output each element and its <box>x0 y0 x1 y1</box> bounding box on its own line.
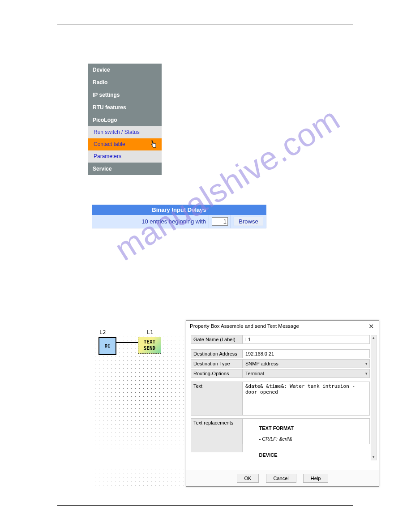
binary-input-delays: Binary Input Delays 10 entries beginning… <box>92 205 266 228</box>
pointer-hand-icon <box>150 140 158 151</box>
scrollbar[interactable]: ▴ ▾ <box>371 335 377 460</box>
dest-type-value: SNMP address <box>245 361 278 366</box>
text-send-block[interactable]: TEXT SEND <box>138 337 161 354</box>
nav-item-ip[interactable]: IP settings <box>88 89 162 101</box>
nav-sub-parameters[interactable]: Parameters <box>88 150 162 163</box>
nav-sub-runswitch[interactable]: Run switch / Status <box>88 126 162 138</box>
ok-button[interactable]: OK <box>237 474 259 483</box>
bid-start-input[interactable] <box>212 217 228 226</box>
dialog-button-row: OK Cancel Help <box>186 470 379 486</box>
chevron-down-icon[interactable]: ▾ <box>371 455 376 460</box>
cancel-button[interactable]: Cancel <box>266 474 296 483</box>
bid-label: 10 entries beginning with <box>92 215 209 228</box>
nav-item-service[interactable]: Service <box>88 163 162 175</box>
dialog-title-bar: Property Box Assemble and send Text Mess… <box>186 321 379 333</box>
nav-sub-contacttable[interactable]: Contact table <box>88 138 162 150</box>
repl-line1: - CR/LF: &crlf& <box>259 436 292 442</box>
routing-value: Terminal <box>245 371 264 376</box>
dest-addr-label: Destination Address <box>191 349 243 358</box>
nav-item-rtu[interactable]: RTU features <box>88 101 162 114</box>
chevron-down-icon: ▾ <box>365 371 368 376</box>
rule-bottom <box>57 505 353 506</box>
settings-nav: Device Radio IP settings RTU features Pi… <box>88 64 162 175</box>
bid-title: Binary Input Delays <box>92 205 266 215</box>
text-label: Text <box>191 382 243 416</box>
rule-top <box>57 25 353 25</box>
di-block[interactable]: DI <box>98 337 116 355</box>
help-button[interactable]: Help <box>303 474 329 483</box>
nav-sub-label: Contact table <box>94 141 125 147</box>
repl-label: Text replacements <box>191 418 243 452</box>
repl-heading2: DEVICE <box>259 452 278 458</box>
gate-name-field[interactable]: L1 <box>243 335 370 344</box>
dest-type-label: Destination Type <box>191 359 243 368</box>
chevron-down-icon: ▾ <box>365 361 368 366</box>
dialog-title: Property Box Assemble and send Text Mess… <box>190 323 299 329</box>
dest-type-select[interactable]: SNMP address ▾ <box>243 359 370 368</box>
property-dialog: Property Box Assemble and send Text Mess… <box>186 320 379 487</box>
nav-item-device[interactable]: Device <box>88 64 162 76</box>
routing-label: Routing-Options <box>191 369 243 378</box>
dest-addr-field[interactable]: 192.168.0.21 <box>243 349 370 358</box>
routing-select[interactable]: Terminal ▾ <box>243 369 370 378</box>
nav-item-radio[interactable]: Radio <box>88 76 162 89</box>
block-l1-label: L1 <box>147 329 153 335</box>
gate-name-label: Gate Name (Label) <box>191 335 243 344</box>
chevron-up-icon[interactable]: ▴ <box>371 335 376 341</box>
repl-info: TEXT FORMAT - CR/LF: &crlf& DEVICE <box>243 418 370 444</box>
bid-browse-button[interactable]: Browse <box>234 217 263 226</box>
text-field[interactable]: &date& &time&: Water tank intrusion - do… <box>243 382 370 416</box>
close-icon[interactable]: ✕ <box>367 323 375 331</box>
repl-heading1: TEXT FORMAT <box>259 425 294 431</box>
block-l2-label: L2 <box>99 329 106 335</box>
nav-item-picologo[interactable]: PicoLogo <box>88 114 162 126</box>
